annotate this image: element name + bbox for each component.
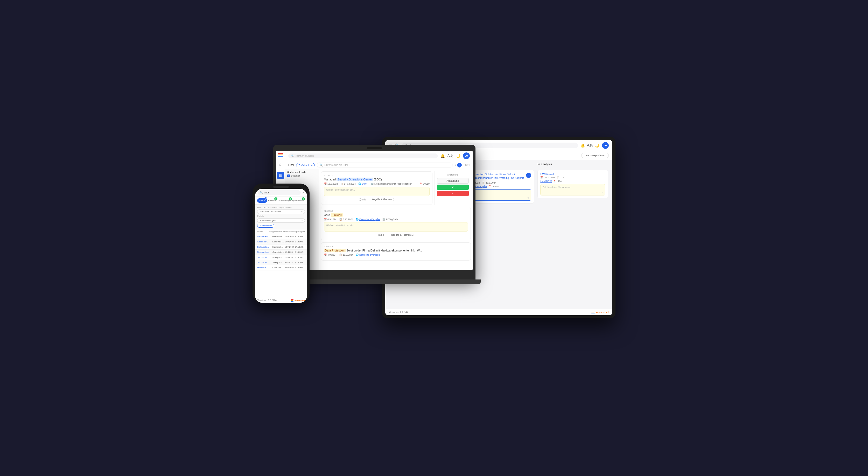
export-leads-button[interactable]: Leads exportieren — [581, 153, 609, 158]
sidebar-item-table[interactable]: ▦ — [277, 171, 284, 179]
tablet-version: Version · 1.1.344 — [389, 311, 408, 314]
phone-top-bar: 🔍 Möbel × — [255, 189, 307, 197]
phone-tab-leads[interactable]: Leads 17 — [257, 198, 267, 203]
laptop-search-box[interactable]: 🔍 Suchen (Strg+/) — [288, 154, 438, 158]
bell-icon[interactable]: 🔔 — [581, 144, 585, 148]
phone-search-box[interactable]: 🔍 Möbel — [258, 190, 301, 195]
content-area: Status der Leads ✓ Bestätigt — [285, 169, 473, 270]
checkbox-icon: ✓ — [287, 174, 290, 177]
phone-table-row[interactable]: Neubau Ku... Gemeinde ... 17.9.2024 8.10… — [255, 234, 307, 239]
app-logo — [278, 153, 283, 157]
lead-id-2: #265366 — [324, 210, 468, 212]
globe-icon: 🌐 — [358, 183, 361, 185]
th-fall: Fälligkeit — [297, 230, 305, 233]
period-select[interactable]: 7.10.2024 - 20.10.2024 × — [257, 210, 305, 214]
period-value: 7.10.2024 - 20.10.2024 — [259, 211, 281, 213]
tab-info-1[interactable]: ⓘ Info — [357, 197, 368, 202]
filter-search-placeholder: Durchsuche die Titel — [324, 164, 348, 166]
th-stelle: Vergabestelle — [269, 230, 282, 233]
logo-bar-blue — [278, 156, 283, 157]
lead-row-1: #276471 Managed Security Operations Cent… — [321, 171, 471, 205]
calendar-end-icon-2: 📋 — [339, 218, 342, 221]
portal-2[interactable]: 🌐 Deutsche eVergabe — [356, 218, 380, 221]
phone-filters: Wähle den Veröffentlichungszeitraum 7.10… — [255, 204, 307, 229]
reset-button[interactable]: Zurücksetzen — [296, 163, 315, 167]
phone-tab-dienstleistungen[interactable]: Dienstleistungen 3 — [277, 198, 292, 203]
lead-meta-3: 📅 4.9.2024 📋 19.9.2024 🌐 — [324, 254, 468, 256]
moon-icon[interactable]: 🌙 — [595, 144, 599, 148]
phone-table-row[interactable]: Alexander-... Landkreis ... 17.9.2024 8.… — [255, 239, 307, 245]
start-date-1: 📅 13.9.2024 — [324, 183, 338, 185]
tab-dienstleistungen-badge: 3 — [289, 197, 292, 200]
tab-info-2[interactable]: ⓘ Info — [376, 233, 388, 237]
calendar-start-icon: 📅 — [324, 183, 327, 185]
calendar-start-icon-3: 📅 — [324, 254, 327, 256]
calendar-start-icon-2: 📅 — [324, 218, 327, 221]
close-icon-phone[interactable]: × — [302, 191, 304, 195]
notes-1[interactable]: Gib hier deine Notizen ein... — [324, 187, 430, 196]
th-leads: Leads — [257, 230, 269, 233]
sidebar-item-home[interactable]: ⌂ — [277, 161, 284, 168]
lead-highlight-2: Firewall — [331, 213, 343, 217]
translate-icon[interactable]: Aあ — [587, 143, 593, 148]
location-icon-1: 📍 — [420, 183, 422, 185]
calendar-end-icon-3: 📋 — [339, 254, 342, 256]
accept-button-1[interactable]: ✓ — [437, 185, 469, 190]
phone-table-row[interactable]: Erstaussta... Magistrat ... 16.9.2024 14… — [255, 245, 307, 250]
laptop-main: 🔍 Suchen (Strg+/) 🔔 Aあ 🌙 JU Filter Zurüc… — [285, 151, 473, 270]
phone-search-value: Möbel — [264, 191, 270, 194]
kanban-col-analysis: In analysis HW Firewall 📅 24.7.2024 📋 24… — [536, 163, 610, 306]
phone-tab-qualifikationen[interactable]: Qualifikationen 2 — [292, 198, 305, 203]
portal-3[interactable]: 🌐 Deutsche eVergabe — [356, 254, 380, 256]
page-size-dropdown[interactable]: ▾ — [468, 164, 470, 166]
masernet-logo-phone: masernet — [291, 299, 305, 302]
card-notes-hw-firewall[interactable]: Gib hier deine Notizen ein... ✎ — [540, 184, 606, 195]
platform-dropdown-icon[interactable]: ▾ — [302, 219, 303, 222]
phone-tab-produkte[interactable]: Produkte 9 — [267, 198, 277, 203]
notes-2[interactable]: Gib hier deine Notizen ein... — [324, 222, 468, 231]
card-avatar-dp: JU — [526, 173, 531, 178]
portal-link-hw[interactable]: Land NRW — [540, 180, 552, 183]
portal-1[interactable]: 🌐 DTVP — [358, 183, 368, 185]
bell-icon-laptop[interactable]: 🔔 — [440, 154, 445, 158]
phone-reset-button[interactable]: Zurücksetzen — [257, 224, 274, 228]
lead-tag-2: Core — [324, 213, 331, 217]
moon-icon-laptop[interactable]: 🌙 — [456, 154, 460, 158]
phone-table-row[interactable]: Tischler M... SBH | Sch... 7.9.2024 7.10… — [255, 255, 307, 260]
phone-footer: Version · 1.1.344 masernet — [255, 298, 307, 303]
tab-begriffe-1[interactable]: Begriffe & Themen(2) — [370, 197, 396, 202]
filter-search-icon: 🔍 — [320, 164, 323, 166]
phone-table-header: Leads Vergabestelle Veröffentlichung Fäl… — [255, 229, 307, 234]
col-title-analysis: In analysis — [537, 163, 608, 166]
calendar-end-icon: 📋 — [340, 183, 343, 185]
card-portal-data-protection: Deutsche eVergabe 📍 20457 — [466, 185, 531, 188]
tab-begriffe-2[interactable]: Begriffe & Themen(1) — [389, 233, 415, 237]
tablet-avatar[interactable]: JU — [602, 142, 609, 149]
phone-notch — [273, 186, 289, 188]
masernet-brand-phone: masernet — [294, 299, 305, 302]
filter-checkbox-bestatigt[interactable]: ✓ Bestätigt — [287, 174, 316, 177]
prev-page-button[interactable]: ‹ — [455, 164, 456, 166]
phone-table-row[interactable]: Möbel für ... Kreis Stei... 23.8.2024 8.… — [255, 265, 307, 271]
phone-logo-lines — [291, 299, 293, 302]
card-title-hw-firewall[interactable]: HW Firewall — [540, 173, 554, 176]
phone-logo-yellow — [291, 300, 293, 301]
page-size: 10 — [465, 164, 467, 166]
phone-table-row[interactable]: Tischler M... SBH | Sch... 6.9.2024 7.10… — [255, 260, 307, 265]
period-clear-icon[interactable]: × — [301, 211, 303, 213]
end-date-3: 📋 19.9.2024 — [339, 254, 353, 256]
filter-search-box[interactable]: 🔍 Durchsuche die Titel — [317, 163, 453, 167]
reject-button-1[interactable]: ✕ — [437, 191, 469, 196]
phone-table-row[interactable]: Neubau Ku... Gemeinde ... 9.9.2024 8.10.… — [255, 250, 307, 255]
platform-select[interactable]: Ausschreibungen ▾ — [257, 218, 305, 223]
laptop-avatar[interactable]: JU — [463, 153, 470, 159]
status-label-1: Anstehend — [437, 173, 469, 176]
lead-highlight-1: Security Operations Center — [337, 178, 373, 181]
card-notes-data-protection[interactable]: | ✎ — [466, 189, 531, 201]
search-icon: 🔍 — [291, 155, 294, 157]
card-meta-hw-firewall: 📅 24.7.2024 📋 24.1... — [540, 176, 606, 179]
translate-icon-laptop[interactable]: Aあ — [447, 154, 454, 158]
next-page-button[interactable]: › — [463, 164, 464, 166]
current-page: 1 — [457, 163, 462, 167]
deadline-icon-dp: 📋 — [482, 182, 484, 184]
